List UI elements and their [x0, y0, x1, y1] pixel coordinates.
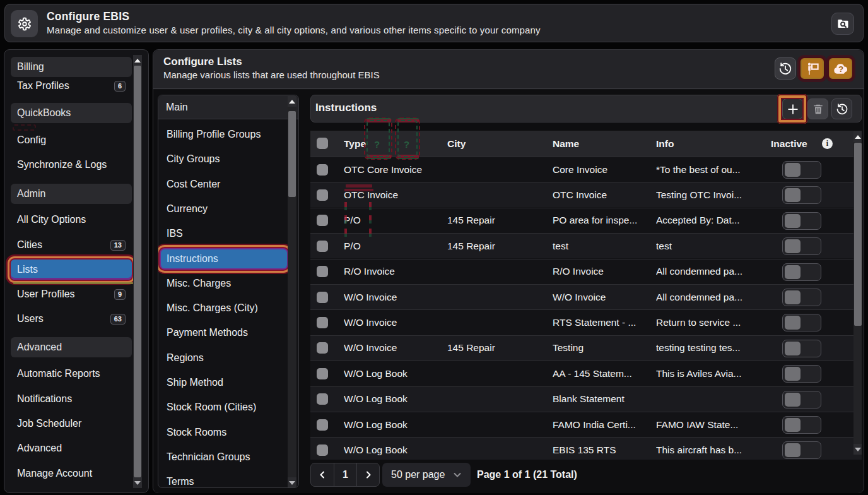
current-page[interactable]: 1: [334, 463, 356, 486]
inactive-toggle[interactable]: [782, 263, 821, 281]
folder-search-icon[interactable]: [831, 13, 854, 35]
category-item-misc-charges-city-[interactable]: Misc. Charges (City): [161, 299, 287, 318]
sidebar-item-user-profiles[interactable]: User Profiles9: [11, 285, 132, 304]
sidebar-item-config[interactable]: Config: [11, 131, 132, 150]
add-icon[interactable]: [782, 98, 803, 119]
row-checkbox[interactable]: [317, 368, 328, 379]
column-header-city[interactable]: City: [447, 131, 548, 157]
sidebar-item-manage-account[interactable]: Manage Account: [11, 464, 132, 483]
prev-page-button[interactable]: [311, 463, 334, 486]
cell-type: R/O Invoice: [344, 259, 443, 284]
scroll-up-arrow[interactable]: [853, 131, 862, 142]
cell-info: This aircraft has b...: [656, 438, 775, 460]
row-checkbox[interactable]: [317, 393, 328, 405]
column-header-info[interactable]: Info: [656, 131, 775, 157]
inactive-toggle[interactable]: [782, 314, 821, 331]
gear-icon[interactable]: [11, 10, 38, 37]
table-row[interactable]: W/O Log BookAA - 145 Statem...This is Av…: [310, 361, 862, 386]
category-item-stock-rooms[interactable]: Stock Rooms: [161, 423, 287, 442]
table-row[interactable]: W/O Log BookFAMO India Certi...FAMO IAW …: [310, 412, 862, 437]
cell-city: [447, 438, 548, 460]
table-row[interactable]: W/O Log BookBlank Statement: [310, 386, 862, 412]
table-row[interactable]: R/O InvoiceR/O InvoiceAll condemned pa..…: [310, 259, 862, 284]
category-item-instructions[interactable]: Instructions: [161, 249, 287, 268]
sidebar-item-users[interactable]: Users63: [11, 309, 132, 328]
category-item-terms[interactable]: Terms: [161, 472, 287, 488]
column-header-type[interactable]: Type: [344, 131, 443, 157]
row-checkbox[interactable]: [317, 444, 328, 456]
scroll-thumb[interactable]: [288, 111, 296, 197]
page-size-select[interactable]: 50 per page: [382, 463, 471, 487]
categories-scrollbar[interactable]: [288, 96, 296, 488]
sidebar-item-automatic-reports[interactable]: Automatic Reports: [11, 364, 132, 383]
category-item-city-groups[interactable]: City Groups: [161, 150, 287, 169]
category-item-billing-profile-groups[interactable]: Billing Profile Groups: [161, 125, 287, 144]
category-item-misc-charges[interactable]: Misc. Charges: [161, 274, 287, 293]
table-row[interactable]: W/O InvoiceRTS Statement - ...Return to …: [310, 309, 862, 335]
inactive-toggle[interactable]: [782, 391, 821, 409]
row-checkbox[interactable]: [317, 292, 328, 303]
category-item-payment-methods[interactable]: Payment Methods: [161, 323, 287, 342]
table-row[interactable]: P/O145 RepairPO area for inspe...Accepte…: [310, 208, 862, 233]
sidebar-item-cities[interactable]: Cities13: [11, 236, 132, 254]
inactive-toggle[interactable]: [782, 161, 821, 179]
row-checkbox[interactable]: [317, 266, 328, 277]
inactive-toggle[interactable]: [782, 416, 821, 434]
table-row[interactable]: W/O Invoice145 RepairTestingtesting test…: [310, 335, 862, 361]
sidebar-item-all-city-options[interactable]: All City Options: [11, 210, 132, 229]
row-checkbox[interactable]: [317, 317, 328, 328]
row-checkbox[interactable]: [317, 342, 328, 354]
row-checkbox[interactable]: [317, 215, 328, 226]
sidebar-item-advanced[interactable]: Advanced: [11, 439, 132, 458]
scroll-up-arrow[interactable]: [288, 96, 296, 107]
sidebar-item-synchronize-logs[interactable]: Synchronize & Logs: [11, 155, 132, 174]
table-row[interactable]: OTC Core InvoiceCore Invoice*To the best…: [310, 157, 862, 182]
scroll-down-arrow[interactable]: [288, 477, 296, 488]
inactive-toggle[interactable]: [782, 237, 821, 255]
trash-icon[interactable]: [807, 98, 828, 119]
scroll-down-arrow[interactable]: [133, 477, 142, 488]
scroll-thumb[interactable]: [134, 66, 141, 477]
inactive-toggle[interactable]: [782, 289, 821, 306]
sidebar-item-lists[interactable]: Lists: [11, 259, 132, 280]
category-item-cost-center[interactable]: Cost Center: [161, 175, 287, 194]
column-header-inactive[interactable]: Inactive: [771, 131, 820, 157]
history-icon[interactable]: [775, 57, 796, 80]
table-row[interactable]: OTC InvoiceOTC InvoiceTesting OTC Invoi.…: [310, 182, 862, 207]
sidebar-item-job-scheduler[interactable]: Job Scheduler: [11, 414, 132, 433]
inactive-toggle[interactable]: [782, 212, 821, 230]
row-checkbox[interactable]: [317, 241, 328, 252]
inactive-toggle[interactable]: [782, 441, 821, 459]
inactive-toggle[interactable]: [782, 186, 821, 204]
table-row[interactable]: W/O Log BookEBIS 135 RTSThis aircraft ha…: [310, 437, 862, 460]
sidebar-item-tax-profiles[interactable]: Tax Profiles6: [11, 76, 132, 95]
table-row[interactable]: W/O InvoiceW/O InvoiceAll condemned pa..…: [310, 284, 862, 309]
category-item-technician-groups[interactable]: Technician Groups: [161, 448, 287, 467]
row-checkbox[interactable]: [317, 189, 328, 201]
row-checkbox[interactable]: [317, 419, 328, 431]
count-badge: 6: [114, 81, 126, 92]
scroll-up-arrow[interactable]: [133, 55, 142, 66]
help-cloud-icon[interactable]: ?: [828, 57, 853, 80]
category-item-ship-method[interactable]: Ship Method: [161, 373, 287, 392]
inactive-toggle[interactable]: [782, 365, 821, 383]
sidebar-scrollbar[interactable]: [133, 55, 142, 488]
select-all-checkbox[interactable]: [317, 138, 328, 149]
scroll-thumb[interactable]: [854, 143, 862, 326]
column-header-name[interactable]: Name: [553, 131, 652, 157]
category-item-currency[interactable]: Currency: [161, 200, 287, 218]
inactive-toggle[interactable]: [782, 340, 821, 357]
table-scrollbar[interactable]: [853, 131, 862, 455]
category-item-ibs[interactable]: IBS: [161, 224, 287, 243]
category-item-regions[interactable]: Regions: [161, 349, 287, 367]
scroll-down-arrow[interactable]: [853, 444, 862, 455]
table-row[interactable]: P/O145 Repairtesttest: [310, 233, 862, 258]
sidebar-item-notifications[interactable]: Notifications: [11, 390, 132, 409]
history-icon[interactable]: [831, 98, 852, 119]
walkthrough-icon[interactable]: [799, 57, 825, 80]
info-icon[interactable]: i: [822, 138, 833, 149]
next-page-button[interactable]: [356, 463, 379, 486]
sidebar-section-billing: Billing: [11, 57, 132, 77]
category-item-stock-room-cities-[interactable]: Stock Room (Cities): [161, 398, 287, 417]
row-checkbox[interactable]: [317, 164, 328, 176]
